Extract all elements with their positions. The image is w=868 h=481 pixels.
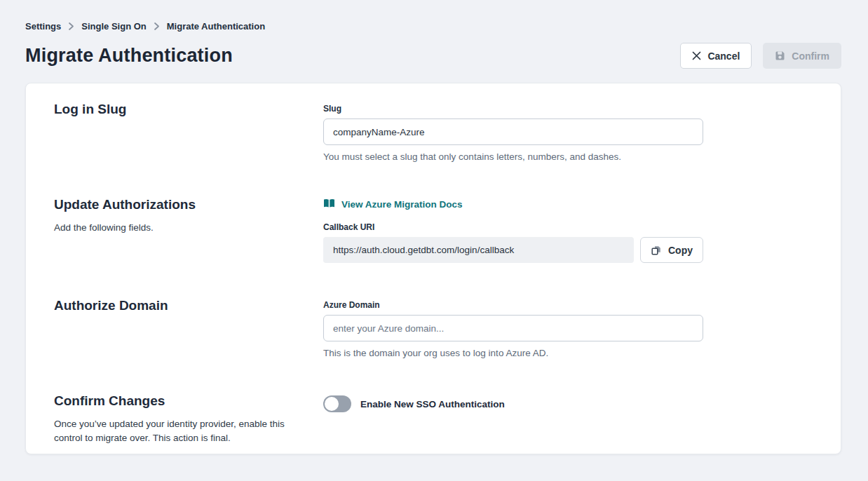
section-login-slug-left: Log in Slug [54,102,323,162]
save-icon [775,50,785,61]
slug-helper-text: You must select a slug that only contain… [323,151,703,162]
breadcrumb-migrate-authentication: Migrate Authentication [167,21,265,32]
section-update-authorizations-right: View Azure Migration Docs Callback URI h… [323,197,703,263]
slug-input[interactable] [323,118,703,145]
copy-icon [651,245,662,256]
cancel-button-label: Cancel [707,50,740,62]
breadcrumb-single-sign-on[interactable]: Single Sign On [81,21,146,32]
confirm-button[interactable]: Confirm [763,43,841,69]
update-authorizations-heading: Update Authorizations [54,197,292,212]
header-actions: Cancel Confirm [680,43,841,69]
section-update-authorizations: Update Authorizations Add the following … [54,197,813,263]
azure-domain-helper-text: This is the domain your org uses to log … [323,348,703,358]
settings-card: Log in Slug Slug You must select a slug … [25,83,841,454]
azure-domain-label: Azure Domain [323,300,703,310]
breadcrumb-settings[interactable]: Settings [25,21,61,32]
section-confirm-changes: Confirm Changes Once you’ve updated your… [54,393,813,446]
enable-sso-toggle[interactable] [323,395,351,412]
azure-domain-input[interactable] [323,315,703,341]
login-slug-heading: Log in Slug [54,102,292,117]
callback-uri-label: Callback URI [323,222,703,232]
azure-migration-docs-link[interactable]: View Azure Migration Docs [323,198,463,210]
slug-field-label: Slug [323,104,703,114]
azure-migration-docs-link-label: View Azure Migration Docs [341,199,463,210]
page-header: Settings Single Sign On Migrate Authenti… [0,0,868,69]
chevron-right-icon [154,22,160,31]
confirm-changes-heading: Confirm Changes [54,393,292,409]
section-authorize-domain-left: Authorize Domain [54,298,323,358]
callback-uri-row: https://auth.cloud.getdbt.com/login/call… [323,237,703,263]
cancel-button[interactable]: Cancel [680,43,752,69]
section-login-slug-right: Slug You must select a slug that only co… [323,102,703,162]
breadcrumb: Settings Single Sign On Migrate Authenti… [25,21,841,32]
update-authorizations-description: Add the following fields. [54,221,292,235]
section-login-slug: Log in Slug Slug You must select a slug … [54,102,813,162]
section-confirm-changes-left: Confirm Changes Once you’ve updated your… [54,393,323,446]
authorize-domain-heading: Authorize Domain [54,298,292,313]
confirm-changes-description: Once you’ve updated your identity provid… [54,417,292,446]
enable-sso-toggle-label: Enable New SSO Authentication [360,399,505,409]
chevron-right-icon [68,22,74,31]
section-authorize-domain: Authorize Domain Azure Domain This is th… [54,298,813,358]
section-confirm-changes-right: Enable New SSO Authentication [323,393,703,446]
confirm-button-label: Confirm [792,50,829,62]
toggle-knob [325,397,339,411]
title-row: Migrate Authentication Cancel Confirm [25,43,841,69]
callback-uri-value: https://auth.cloud.getdbt.com/login/call… [323,237,634,263]
section-update-authorizations-left: Update Authorizations Add the following … [54,197,323,263]
close-icon [692,51,701,60]
copy-button[interactable]: Copy [640,237,703,263]
section-authorize-domain-right: Azure Domain This is the domain your org… [323,298,703,358]
copy-button-label: Copy [668,245,693,256]
page-title: Migrate Authentication [25,45,233,67]
book-icon [323,198,335,210]
sso-toggle-row: Enable New SSO Authentication [323,395,703,412]
